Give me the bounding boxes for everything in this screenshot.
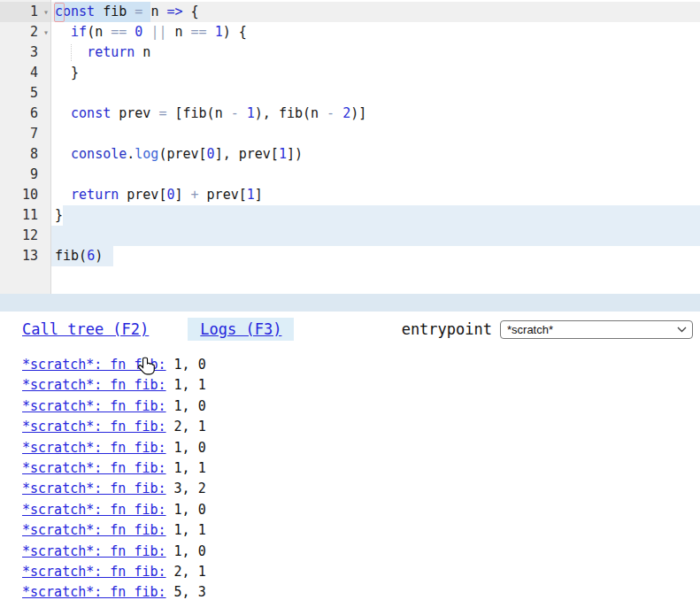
- editor-gutter: 1▾2▾345678910111213: [0, 0, 51, 294]
- code-line[interactable]: [51, 226, 700, 246]
- log-row: *scratch*: fn fib: 1, 1: [22, 520, 693, 541]
- log-row: *scratch*: fn fib: 1, 1: [22, 375, 693, 396]
- entrypoint-selected-value: *scratch*: [507, 323, 553, 336]
- line-number[interactable]: 4: [0, 63, 50, 83]
- app-window: 1▾2▾345678910111213 const fib = n => { i…: [0, 0, 700, 600]
- log-value: 5, 3: [166, 584, 206, 600]
- editor-code-area[interactable]: const fib = n => { if(n == 0 || n == 1) …: [51, 0, 700, 294]
- line-number[interactable]: 13: [0, 246, 50, 266]
- log-link[interactable]: *scratch*: fn fib:: [22, 502, 166, 518]
- log-list: *scratch*: fn fib: 1, 0*scratch*: fn fib…: [22, 355, 693, 600]
- fold-arrow-icon[interactable]: ▾: [43, 2, 49, 22]
- log-link[interactable]: *scratch*: fn fib:: [22, 398, 166, 414]
- line-number[interactable]: 7: [0, 124, 50, 144]
- line-number[interactable]: 8: [0, 144, 50, 165]
- code-line[interactable]: if(n == 0 || n == 1) {: [51, 22, 700, 42]
- log-row: *scratch*: fn fib: 2, 1: [22, 562, 693, 582]
- entrypoint-select[interactable]: *scratch*: [500, 320, 693, 339]
- chevron-down-icon: [677, 327, 687, 333]
- log-value: 1, 0: [166, 502, 206, 518]
- code-line[interactable]: fib(6): [51, 246, 700, 266]
- code-line[interactable]: const fib = n => {: [51, 2, 700, 22]
- log-value: 1, 1: [166, 377, 206, 393]
- line-number[interactable]: 5: [0, 83, 50, 104]
- panel-tab-bar: Call tree (F2) Logs (F3) entrypoint *scr…: [22, 318, 693, 341]
- log-value: 2, 1: [166, 564, 206, 580]
- eval-highlight: [51, 226, 700, 246]
- log-row: *scratch*: fn fib: 1, 0: [22, 438, 693, 458]
- line-number[interactable]: 9: [0, 165, 50, 185]
- code-line[interactable]: }: [51, 205, 700, 226]
- log-row: *scratch*: fn fib: 1, 0: [22, 500, 693, 520]
- log-row: *scratch*: fn fib: 1, 0: [22, 542, 693, 562]
- log-value: 3, 2: [166, 481, 206, 496]
- log-link[interactable]: *scratch*: fn fib:: [22, 377, 166, 393]
- tab-call-tree[interactable]: Call tree (F2): [22, 320, 149, 338]
- log-link[interactable]: *scratch*: fn fib:: [22, 564, 166, 580]
- line-number[interactable]: 1▾: [0, 2, 50, 22]
- log-value: 2, 1: [166, 419, 206, 435]
- line-number[interactable]: 6: [0, 104, 50, 124]
- log-value: 1, 0: [166, 398, 206, 414]
- entrypoint-group: entrypoint *scratch*: [402, 320, 693, 339]
- code-line[interactable]: [51, 124, 700, 144]
- line-number[interactable]: 2▾: [0, 22, 50, 42]
- log-value: 1, 1: [166, 460, 206, 476]
- eval-highlight: [63, 205, 700, 226]
- tab-logs[interactable]: Logs (F3): [188, 318, 294, 341]
- log-value: 1, 1: [166, 522, 206, 538]
- log-link[interactable]: *scratch*: fn fib:: [22, 460, 166, 476]
- entrypoint-label: entrypoint: [402, 320, 492, 338]
- log-link[interactable]: *scratch*: fn fib:: [22, 481, 166, 496]
- code-line[interactable]: return prev[0] + prev[1]: [51, 185, 700, 205]
- log-link[interactable]: *scratch*: fn fib:: [22, 543, 166, 559]
- line-number[interactable]: 12: [0, 226, 50, 246]
- code-line[interactable]: return n: [51, 42, 700, 63]
- bottom-panel: Call tree (F2) Logs (F3) entrypoint *scr…: [0, 312, 700, 600]
- code-line[interactable]: const prev = [fib(n - 1), fib(n - 2)]: [51, 104, 700, 124]
- code-line[interactable]: }: [51, 63, 700, 83]
- code-line[interactable]: [51, 83, 700, 104]
- log-value: 1, 0: [166, 440, 206, 456]
- code-line[interactable]: console.log(prev[0], prev[1]): [51, 144, 700, 165]
- log-row: *scratch*: fn fib: 1, 0: [22, 396, 693, 417]
- panel-divider: [0, 294, 700, 312]
- fold-arrow-icon[interactable]: ▾: [43, 22, 49, 42]
- log-row: *scratch*: fn fib: 3, 2: [22, 479, 693, 499]
- log-row: *scratch*: fn fib: 1, 1: [22, 458, 693, 479]
- text-cursor: [54, 3, 65, 22]
- code-line[interactable]: [51, 165, 700, 185]
- log-row: *scratch*: fn fib: 2, 1: [22, 417, 693, 437]
- log-value: 1, 0: [166, 357, 206, 373]
- log-row: *scratch*: fn fib: 1, 0: [22, 355, 693, 375]
- log-row: *scratch*: fn fib: 5, 3: [22, 582, 693, 600]
- log-link[interactable]: *scratch*: fn fib:: [22, 522, 166, 538]
- log-link[interactable]: *scratch*: fn fib:: [22, 440, 166, 456]
- log-link[interactable]: *scratch*: fn fib:: [22, 419, 166, 435]
- line-number[interactable]: 11: [0, 205, 50, 226]
- line-number[interactable]: 10: [0, 185, 50, 205]
- code-editor[interactable]: 1▾2▾345678910111213 const fib = n => { i…: [0, 0, 700, 294]
- line-number[interactable]: 3: [0, 42, 50, 63]
- log-link[interactable]: *scratch*: fn fib:: [22, 584, 166, 600]
- log-value: 1, 0: [166, 543, 206, 559]
- log-link[interactable]: *scratch*: fn fib:: [22, 357, 166, 373]
